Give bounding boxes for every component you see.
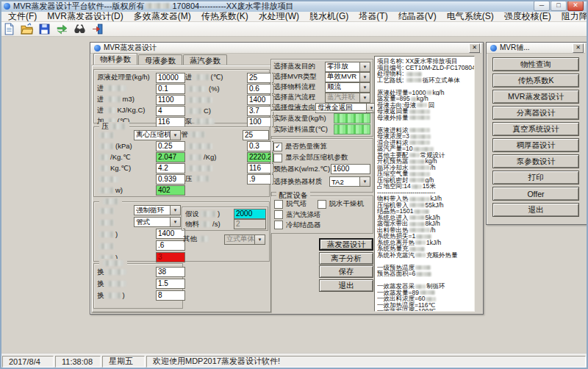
chevron-down-icon[interactable]: ▼	[254, 235, 265, 244]
value-field[interactable]: 10000	[156, 73, 185, 83]
value-field[interactable]: 3	[156, 252, 185, 262]
minimize-button[interactable]: ─	[534, 1, 550, 11]
dropdown[interactable]: 离心压缩机▼	[134, 130, 181, 140]
toolbar-binoculars-search-icon[interactable]	[73, 22, 90, 36]
close-button[interactable]: ✕	[567, 1, 584, 11]
value-field[interactable]: 25	[247, 73, 273, 83]
toolbar-exit-door-icon[interactable]	[90, 22, 108, 36]
tool-button-6[interactable]: 稠厚器设计	[492, 138, 579, 152]
value-field[interactable]	[334, 124, 370, 135]
dropdown[interactable]: 顺流▼	[325, 82, 370, 93]
dropdown[interactable]: 单效MVR▼	[325, 72, 370, 82]
menu-item[interactable]: MVR蒸发器设计(D)	[42, 10, 128, 23]
value-field[interactable]	[334, 113, 370, 123]
menu-item[interactable]: 文件(F)	[3, 10, 42, 23]
menu-item[interactable]: 电气系统(S)	[442, 10, 499, 23]
value-field[interactable]: 0.25	[156, 141, 185, 151]
tool-button-5[interactable]: 真空系统设计	[492, 122, 579, 136]
checkbox-row[interactable]: 显示全部压缩机参数	[273, 152, 370, 163]
tool-button-8[interactable]: 打印	[492, 171, 579, 184]
menu-item[interactable]: 阻力降(Z)	[556, 10, 588, 23]
checkbox-row[interactable]: 脱水干燥机	[318, 198, 365, 209]
value-field[interactable]: 0.6	[247, 84, 273, 94]
chevron-down-icon[interactable]: ▼	[170, 218, 180, 226]
value-field[interactable]: 1400	[247, 95, 273, 105]
chevron-down-icon[interactable]: ▼	[170, 206, 180, 215]
toolbar-new-document-icon[interactable]	[2, 22, 20, 36]
chevron-down-icon[interactable]: ▼	[170, 131, 180, 140]
checkbox[interactable]	[274, 221, 283, 229]
checkbox-row[interactable]: 冷却结晶器	[274, 220, 321, 231]
tool-button-4[interactable]: 分离器设计	[492, 106, 579, 120]
dropdown[interactable]: 强制循环▼	[134, 205, 181, 215]
checkbox-row[interactable]: 脱气塔	[274, 198, 307, 209]
toolbar-open-folder-icon[interactable]	[20, 22, 37, 36]
maximize-button[interactable]: □	[551, 1, 567, 11]
value-field[interactable]: .9	[247, 174, 273, 184]
menu-item[interactable]: 结晶器(V)	[393, 10, 442, 23]
value-field[interactable]: 38	[156, 267, 185, 277]
tool-button-10[interactable]: 退出	[492, 203, 579, 217]
checkbox[interactable]	[274, 210, 283, 219]
value-field[interactable]: 2220.2	[247, 152, 273, 162]
value-field[interactable]: 3.7	[247, 106, 273, 116]
toolbar-swap-arrows-icon[interactable]	[55, 22, 73, 36]
checkbox[interactable]: ✓	[273, 143, 282, 151]
project-info-list[interactable]: 项目名称: XX废水零排放项目项目编号: CET10M-ZLD-FC170804…	[374, 56, 475, 312]
tool-button-2[interactable]: 传热系数K	[492, 74, 579, 87]
checkbox-row[interactable]: 蒸汽洗涤塔	[274, 209, 321, 221]
value-field[interactable]: 2.047	[156, 152, 185, 162]
tab-3[interactable]: 蒸汽参数	[183, 54, 227, 65]
value-field[interactable]: 1400	[156, 229, 185, 239]
value-field[interactable]: 1.5	[156, 279, 185, 289]
value-field[interactable]: 100	[247, 117, 273, 127]
chevron-down-icon[interactable]: ▼	[359, 62, 370, 71]
tool-button-7[interactable]: 泵参数设计	[492, 154, 579, 168]
action-button-2[interactable]: 离子分析	[319, 252, 373, 265]
value-field[interactable]: 8	[156, 290, 185, 301]
chevron-down-icon[interactable]: ▼	[359, 93, 370, 102]
menu-item[interactable]: 脱水机(G)	[304, 10, 354, 23]
dropdown[interactable]: TA2▼	[329, 176, 370, 187]
dropdown[interactable]: 立式单体▼	[224, 234, 265, 245]
checkbox[interactable]	[274, 200, 283, 209]
menu-item[interactable]: 传热系数(K)	[196, 10, 254, 23]
value-field[interactable]: 25	[243, 130, 269, 140]
toolbar-save-icon[interactable]	[37, 22, 55, 36]
dropdown[interactable]: 蒸汽并联▼	[325, 93, 370, 103]
tool-button-9[interactable]: Offer	[492, 187, 579, 201]
value-field[interactable]: 116	[156, 117, 185, 127]
tool-button-3[interactable]: MVR蒸发器设计	[492, 90, 579, 104]
value-field[interactable]: 1600	[331, 164, 370, 174]
value-field[interactable]: 4	[156, 106, 185, 116]
menu-item[interactable]: 水处理(W)	[254, 10, 304, 23]
action-button-1[interactable]: 蒸发器设计	[319, 238, 373, 251]
value-field[interactable]: 0.1	[156, 84, 185, 94]
tab-1[interactable]: 物料参数	[93, 53, 137, 65]
chevron-down-icon[interactable]: ▼	[359, 83, 370, 92]
tool-window-close-icon[interactable]: ✕	[573, 43, 584, 53]
chevron-down-icon[interactable]: ▼	[359, 177, 370, 186]
chevron-down-icon[interactable]: ▼	[359, 73, 370, 82]
value-field[interactable]: 0.939	[156, 174, 185, 184]
value-field[interactable]: 116	[247, 163, 273, 173]
value-field[interactable]: 2000	[234, 209, 266, 219]
tool-button-1[interactable]: 物性查询	[492, 57, 579, 71]
menu-item[interactable]: 强度校核(E)	[499, 10, 556, 23]
value-field[interactable]: 402	[156, 185, 185, 196]
value-field[interactable]: 4.2	[156, 163, 185, 173]
dropdown[interactable]: 管式▼	[134, 217, 181, 227]
action-button-3[interactable]: 保存	[319, 265, 373, 278]
value-field[interactable]: 0.3	[247, 141, 273, 151]
checkbox[interactable]	[273, 154, 282, 162]
dropdown[interactable]: 零排放▼	[325, 62, 370, 72]
menu-item[interactable]: 塔器(T)	[354, 10, 392, 23]
value-field[interactable]: .6	[156, 240, 185, 251]
value-field[interactable]: 1100	[156, 95, 185, 105]
design-window-close-icon[interactable]: ✕	[469, 43, 480, 53]
tab-2[interactable]: 母液参数	[138, 54, 182, 65]
checkbox-row[interactable]: ✓是否热量衡算	[273, 141, 370, 152]
value-field[interactable]: 2	[234, 219, 266, 229]
menu-item[interactable]: 多效蒸发器(M)	[129, 10, 196, 23]
action-button-4[interactable]: 退出	[319, 279, 373, 292]
